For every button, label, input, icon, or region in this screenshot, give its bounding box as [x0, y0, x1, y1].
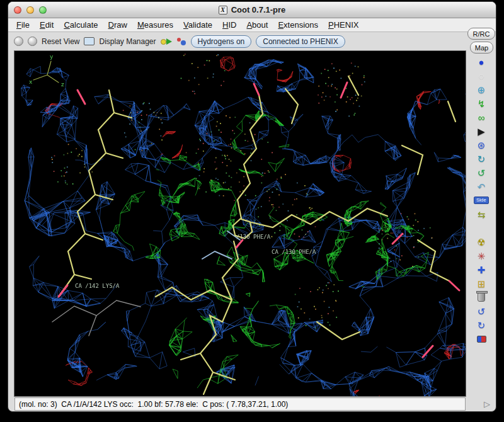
x11-app-icon: X — [219, 6, 227, 14]
rrc-button[interactable]: R/RC — [467, 28, 495, 40]
fix-atoms-icon[interactable]: ▶ — [472, 124, 490, 138]
menu-file[interactable]: File — [11, 18, 35, 32]
display-flag-icon[interactable] — [472, 332, 490, 346]
menu-draw[interactable]: Draw — [103, 18, 132, 32]
phenix-connection-button[interactable]: Connected to PHENIX — [256, 35, 345, 48]
auto-fit-rotamer-icon[interactable]: ↺ — [472, 166, 490, 180]
regularize-icon[interactable]: ∞ — [472, 110, 490, 124]
map-sphere-icon[interactable]: ● — [472, 55, 490, 69]
reset-view-icon[interactable] — [14, 37, 23, 46]
modelling-toolbar: ●◌⊕↯∞▶⊛↻↺↶Side⇆☢✳✚⊞↺↻ — [466, 55, 496, 346]
map-button[interactable]: Map — [470, 42, 493, 54]
molecular-canvas[interactable] — [14, 51, 466, 396]
status-bar: (mol. no: 3) CA /1/A/142 LYS occ: 1.00 b… — [14, 397, 466, 411]
statusbar-corner: ▷ — [467, 397, 496, 411]
recenter-icon[interactable] — [28, 37, 37, 46]
menu-hid[interactable]: HID — [217, 18, 241, 32]
go-to-atom-icon[interactable] — [161, 37, 172, 45]
rotamers-icon[interactable]: ↶ — [472, 180, 490, 193]
expand-triangle-icon[interactable]: ▷ — [484, 399, 490, 409]
display-manager-button[interactable]: Display Manager — [99, 37, 156, 46]
hot-spot-icon[interactable]: ✳ — [472, 249, 490, 263]
gl-viewport[interactable]: /130 PHE/ACA /130 PHE/ACA /142 LYS/A — [14, 51, 466, 396]
menubar: FileEditCalculateDrawMeasuresValidateHID… — [8, 18, 496, 32]
undo-icon[interactable]: ↺ — [472, 304, 490, 318]
edit-chi-icon[interactable]: ⇆ — [472, 207, 490, 221]
redo-icon[interactable]: ↻ — [472, 318, 490, 332]
radiation-icon[interactable]: ☢ — [472, 235, 490, 249]
trackball-icon[interactable]: ◌ — [472, 69, 490, 83]
move-view-icon[interactable]: ⊕ — [472, 83, 490, 96]
menu-validate[interactable]: Validate — [178, 18, 217, 32]
menu-phenix[interactable]: PHENIX — [323, 18, 364, 32]
side-chain-badge-icon[interactable]: Side — [472, 193, 490, 207]
reset-view-button[interactable]: Reset View — [42, 37, 79, 46]
rotate-translate-icon[interactable]: ↻ — [472, 152, 490, 166]
ligand-builder-icon[interactable] — [176, 37, 186, 46]
window-title-area: X Coot 0.7.1-pre — [8, 2, 496, 18]
add-residue-icon[interactable]: ⊞ — [472, 277, 490, 290]
window-title: Coot 0.7.1-pre — [231, 5, 286, 14]
menu-edit[interactable]: Edit — [35, 18, 59, 32]
menu-measures[interactable]: Measures — [132, 18, 178, 32]
toolbar: Reset View Display Manager Hydrogens on … — [8, 32, 464, 50]
app-window: X Coot 0.7.1-pre FileEditCalculateDrawMe… — [8, 1, 496, 412]
display-manager-icon[interactable] — [84, 37, 94, 45]
add-atom-icon[interactable]: ✚ — [472, 263, 490, 277]
hydrogens-toggle-button[interactable]: Hydrogens on — [191, 35, 252, 48]
status-text: (mol. no: 3) CA /1/A/142 LYS occ: 1.00 b… — [19, 400, 288, 409]
titlebar[interactable]: X Coot 0.7.1-pre — [8, 2, 496, 18]
real-space-refine-icon[interactable]: ↯ — [472, 96, 490, 110]
rigid-body-icon[interactable]: ⊛ — [472, 138, 490, 152]
menu-about[interactable]: About — [241, 18, 273, 32]
menu-calculate[interactable]: Calculate — [59, 18, 103, 32]
menu-extensions[interactable]: Extensions — [273, 18, 323, 32]
delete-icon[interactable] — [472, 290, 490, 304]
